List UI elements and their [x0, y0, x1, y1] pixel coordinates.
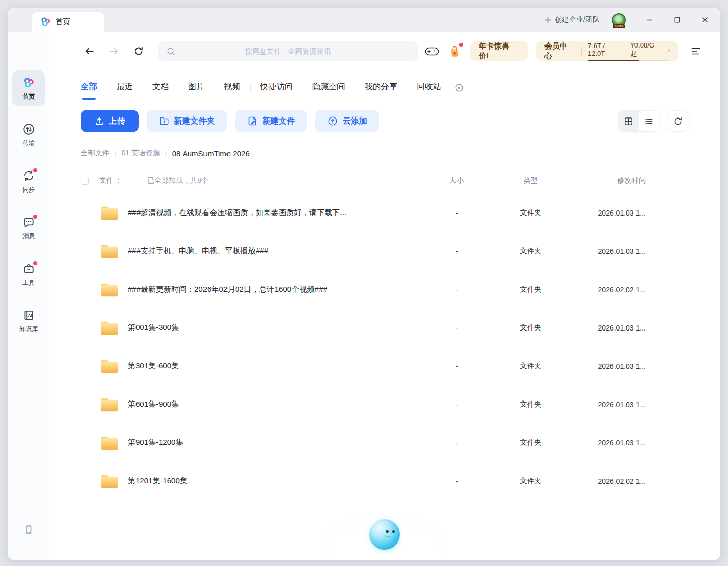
table-row[interactable]: ###最新更新时间：2026年02月02日，总计1600个视频### - 文件夹…: [49, 270, 720, 309]
new-file-label: 新建文件: [262, 116, 295, 127]
refresh-list-button[interactable]: [667, 110, 689, 132]
sort-icon: [116, 178, 121, 184]
price-label: ¥0.08/G起: [631, 41, 661, 58]
new-file-button[interactable]: 新建文件: [235, 110, 307, 132]
modified-column-header: 修改时间: [569, 176, 646, 185]
tab-settings-button[interactable]: [454, 83, 464, 92]
sidebar-item-tools[interactable]: 工具: [12, 256, 45, 292]
sidebar-item-transfer[interactable]: 传输: [12, 117, 45, 152]
hamburger-menu-icon: [691, 46, 701, 56]
grid-view-button[interactable]: [618, 111, 639, 131]
folder-icon: [99, 204, 120, 222]
search-bar: [158, 41, 418, 61]
notification-dot: [459, 43, 463, 47]
folder-icon: [99, 319, 120, 337]
tab-documents[interactable]: 文档: [152, 82, 169, 100]
tab-all[interactable]: 全部: [81, 82, 97, 100]
member-center-label: 会员中心: [544, 41, 575, 61]
divider: [581, 47, 582, 55]
action-bar: 上传 新建文件夹 新建文件 云添加: [81, 110, 689, 132]
file-modified: 2026.01.03 1...: [569, 324, 646, 332]
search-input[interactable]: [158, 41, 418, 61]
scope-icon: [454, 83, 464, 92]
file-column-header[interactable]: 文件: [99, 176, 121, 185]
file-type: 文件夹: [492, 400, 569, 409]
create-team-label: 创建企业/团队: [555, 15, 600, 25]
maximize-button[interactable]: [670, 12, 685, 28]
minimize-button[interactable]: [642, 12, 657, 28]
table-row[interactable]: 第601集-900集 - 文件夹 2026.01.03 1...: [49, 385, 720, 423]
phone-icon: [22, 523, 35, 536]
list-view-button[interactable]: [639, 111, 659, 131]
file-name[interactable]: 第1201集-1600集: [128, 476, 196, 486]
category-tabs: 全部 最近 文档 图片 视频 快捷访问 隐藏空间 我的分享 回收站: [81, 82, 704, 100]
notification-dot: [33, 168, 37, 172]
new-folder-button[interactable]: 新建文件夹: [147, 110, 227, 132]
file-name[interactable]: ###超清视频，在线观看会压缩画质，如果要画质好，请下载下...: [128, 208, 355, 218]
select-all-checkbox[interactable]: [81, 177, 89, 185]
file-size: -: [421, 439, 492, 447]
table-row[interactable]: 第1201集-1600集 - 文件夹 2026.02.02 1...: [49, 462, 720, 500]
table-row[interactable]: ###超清视频，在线观看会压缩画质，如果要画质好，请下载下... - 文件夹 2…: [49, 194, 720, 232]
table-row[interactable]: ###支持手机、电脑、电视、平板播放### - 文件夹 2026.01.03 1…: [49, 232, 720, 270]
sidebar-item-label: 消息: [22, 232, 35, 241]
create-team-button[interactable]: 创建企业/团队: [541, 13, 603, 27]
file-name[interactable]: 第301集-600集: [128, 361, 187, 371]
upload-label: 上传: [109, 116, 125, 127]
tab-quick-access[interactable]: 快捷访问: [260, 82, 293, 100]
close-button[interactable]: [697, 12, 713, 28]
avatar[interactable]: SVIP6: [612, 13, 626, 27]
tab-home[interactable]: 首页: [32, 12, 104, 32]
file-name[interactable]: 第601集-900集: [128, 399, 187, 409]
file-name[interactable]: 第001集-300集: [128, 323, 187, 333]
table-row[interactable]: 第001集-300集 - 文件夹 2026.01.03 1...: [49, 309, 720, 347]
upload-button[interactable]: 上传: [81, 110, 139, 132]
netdisk-logo-icon: [22, 76, 35, 89]
cloud-add-button[interactable]: 云添加: [315, 110, 379, 132]
folder-icon: [99, 280, 120, 298]
ai-assistant-button[interactable]: [331, 519, 438, 560]
file-name[interactable]: ###支持手机、电脑、电视、平板播放###: [128, 246, 277, 256]
back-button[interactable]: [81, 42, 98, 60]
tab-my-shares[interactable]: 我的分享: [365, 82, 397, 100]
refresh-button[interactable]: [130, 42, 147, 60]
sidebar-item-label: 知识库: [19, 325, 38, 334]
tab-videos[interactable]: 视频: [224, 82, 240, 100]
grid-view-icon: [624, 116, 633, 126]
file-name[interactable]: 第901集-1200集: [128, 438, 191, 447]
sidebar: 首页 传输 同步: [8, 32, 49, 560]
sidebar-item-messages[interactable]: 消息: [12, 210, 45, 245]
mobile-app-button[interactable]: [22, 523, 35, 538]
sidebar-item-home[interactable]: 首页: [12, 70, 45, 106]
knowledge-icon: AI: [22, 309, 35, 322]
breadcrumb-folder[interactable]: 01 英语资源: [122, 149, 160, 158]
sidebar-item-knowledge[interactable]: AI 知识库: [12, 303, 45, 338]
type-column-header: 类型: [492, 176, 569, 185]
table-row[interactable]: 第901集-1200集 - 文件夹 2026.01.03 1...: [49, 423, 720, 462]
member-center-button[interactable]: 会员中心 7.6T / 12.0T ¥0.08/G起 ›: [536, 41, 678, 61]
tab-hidden-space[interactable]: 隐藏空间: [312, 82, 345, 100]
cloud-add-icon: [328, 116, 338, 126]
breadcrumb-root[interactable]: 全部文件: [81, 149, 109, 158]
menu-button[interactable]: [687, 42, 704, 60]
tab-images[interactable]: 图片: [188, 82, 204, 100]
breadcrumb-separator: /: [165, 150, 167, 157]
promo-label: 年卡惊喜价!: [479, 41, 519, 61]
vip-badge: SVIP6: [612, 24, 625, 28]
storage-usage: 7.6T / 12.0T: [588, 42, 624, 57]
tab-recent[interactable]: 最近: [117, 82, 133, 100]
table-row[interactable]: 第301集-600集 - 文件夹 2026.01.03 1...: [49, 347, 720, 385]
storage-progress-bar: [588, 60, 670, 61]
app-window: 首页 创建企业/团队 SVIP6: [8, 8, 720, 560]
notification-dot: [33, 261, 37, 265]
forward-button[interactable]: [105, 42, 123, 60]
file-header-label: 文件: [99, 176, 113, 185]
close-icon: [701, 16, 709, 23]
file-name[interactable]: ###最新更新时间：2026年02月02日，总计1600个视频###: [128, 285, 335, 294]
sidebar-item-label: 传输: [22, 139, 35, 148]
games-button[interactable]: [425, 46, 439, 57]
promo-button[interactable]: 年卡惊喜价!: [470, 41, 528, 61]
tab-recycle-bin[interactable]: 回收站: [417, 82, 441, 100]
sidebar-item-sync[interactable]: 同步: [12, 163, 45, 199]
rewards-button[interactable]: [448, 44, 462, 58]
